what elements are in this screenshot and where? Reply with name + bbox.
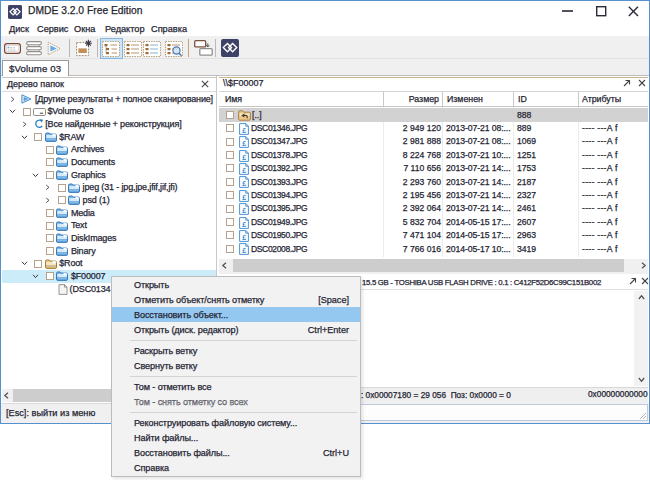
svg-text:£: £ [242, 166, 246, 173]
svg-text:£: £ [242, 233, 246, 240]
svg-text:£: £ [242, 247, 246, 254]
svg-text:£: £ [242, 220, 246, 227]
svg-text:£: £ [242, 153, 246, 160]
svg-text:£: £ [242, 126, 246, 133]
svg-text:£: £ [242, 193, 246, 200]
svg-text:£: £ [242, 207, 246, 214]
svg-text:£: £ [242, 180, 246, 187]
svg-text:£: £ [242, 140, 246, 147]
